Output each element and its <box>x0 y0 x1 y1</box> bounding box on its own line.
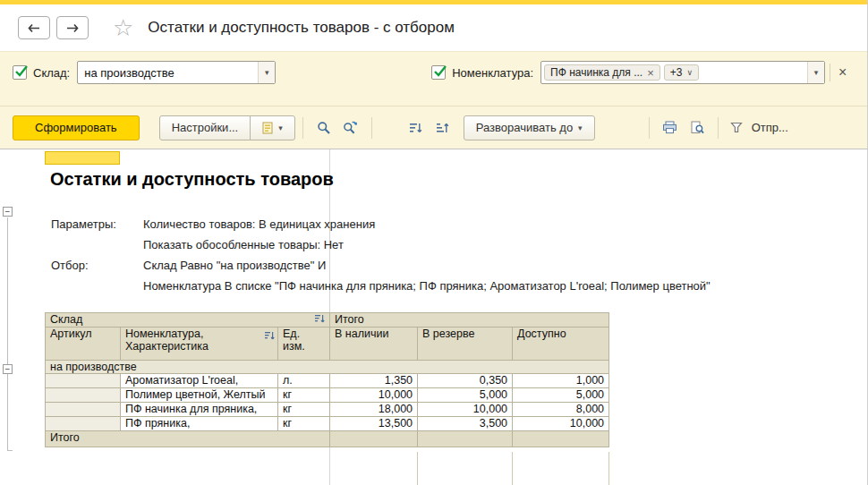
cell-artikul <box>46 374 121 388</box>
report-table: Склад Итого Артикул Номенклатура, Характ… <box>45 312 609 447</box>
filter-bar: Склад: ▾ Номенклатура: ПФ начинка для ..… <box>0 51 867 106</box>
total-label-cell: Итого <box>46 431 330 447</box>
filter-label-spacer <box>51 276 143 296</box>
separator <box>718 117 719 139</box>
filter-value: Номенклатура В списке "ПФ начинка для пр… <box>143 276 711 296</box>
header-onhand[interactable]: В наличии <box>330 328 418 361</box>
cell-reserve: 5,000 <box>418 388 513 403</box>
group-collapse-marker[interactable]: − <box>3 207 13 217</box>
report-area: − − Остатки и доступность товаров Параме… <box>0 149 867 485</box>
report-title: Остатки и доступность товаров <box>50 169 334 190</box>
header-available[interactable]: Доступно <box>513 328 609 361</box>
cell-available: 5,000 <box>513 388 609 403</box>
table-row: Ароматизатор L'roeal, л. 1,350 0,350 1,0… <box>46 374 609 388</box>
nomenclature-dropdown-button[interactable]: ▾ <box>807 62 824 83</box>
cell-unit: кг <box>278 388 330 403</box>
nomenclature-more-chip[interactable]: +3 ∨ <box>664 64 699 81</box>
search-next-icon <box>343 121 358 135</box>
nomenclature-selected-chip[interactable]: ПФ начинка для ... × <box>544 64 660 81</box>
parameters-label: Параметры: <box>51 214 143 234</box>
parameter-value: Показать обособленные товары: Нет <box>143 234 344 255</box>
nomenclature-field[interactable]: ПФ начинка для ... × +3 ∨ ▾ <box>540 61 825 84</box>
printer-icon <box>662 121 677 134</box>
report-variant-icon <box>262 122 273 134</box>
expand-to-button[interactable]: Разворачивать до ▾ <box>464 115 595 140</box>
caret-down-icon: ▾ <box>814 68 819 77</box>
total-onhand-cell <box>330 431 418 447</box>
expand-groups-button[interactable] <box>430 115 456 140</box>
back-button[interactable] <box>18 16 50 39</box>
header-nomenclature-line2: Характеристика <box>125 340 273 353</box>
search-next-button[interactable] <box>337 115 364 140</box>
expand-groups-icon <box>436 122 449 134</box>
favorite-star-icon[interactable]: ☆ <box>113 16 133 39</box>
warehouse-input[interactable] <box>78 62 258 83</box>
forward-button[interactable] <box>56 16 89 39</box>
cell-onhand: 10,000 <box>330 388 418 403</box>
grid-column-line <box>608 452 609 485</box>
cell-reserve: 10,000 <box>418 403 513 417</box>
header-total[interactable]: Итого <box>330 313 609 328</box>
separator <box>830 64 830 81</box>
report-variants-button[interactable]: ▾ <box>250 115 295 140</box>
parameter-value: Количество товаров: В единицах хранения <box>143 214 375 234</box>
quick-filter-button[interactable] <box>726 115 747 140</box>
settings-group: Настройки... ▾ <box>159 115 295 140</box>
cell-unit: кг <box>278 403 330 417</box>
nomenclature-clear-button[interactable]: × <box>835 64 850 81</box>
check-icon <box>13 64 29 79</box>
chip-remove-icon[interactable]: × <box>647 67 654 79</box>
table-row: Полимер цветной, Желтый кг 10,000 5,000 … <box>46 388 609 403</box>
sort-descending-icon <box>264 330 275 341</box>
warehouse-dropdown-button[interactable]: ▾ <box>258 62 275 83</box>
total-reserve-cell <box>418 431 513 447</box>
search-button[interactable] <box>311 115 337 140</box>
collapse-groups-button[interactable] <box>403 115 430 140</box>
search-icon <box>317 121 331 135</box>
cell-nomenclature: ПФ пряника, <box>121 417 278 431</box>
header-reserve[interactable]: В резерве <box>418 328 513 361</box>
grid-column-line <box>512 452 513 485</box>
header-artikul[interactable]: Артикул <box>46 328 121 361</box>
caret-down-icon: ▾ <box>578 123 583 132</box>
generate-button[interactable]: Сформировать <box>13 115 140 140</box>
group-row-warehouse[interactable]: на производстве <box>46 361 609 374</box>
group-collapse-marker[interactable]: − <box>3 364 13 374</box>
cell-artikul <box>46 388 121 403</box>
print-preview-icon <box>690 121 704 134</box>
cell-onhand: 13,500 <box>330 417 418 431</box>
group-bracket-end <box>7 450 13 451</box>
sort-descending-icon <box>314 313 325 324</box>
warehouse-checkbox[interactable] <box>13 65 27 80</box>
titlebar: ☆ Остатки и доступность товаров - с отбо… <box>0 4 867 51</box>
header-nomenclature[interactable]: Номенклатура, Характеристика <box>121 328 278 361</box>
send-button[interactable]: Отпр... <box>747 115 793 140</box>
send-label: Отпр... <box>752 121 788 134</box>
expand-to-label: Разворачивать до <box>476 121 573 134</box>
warehouse-filter: Склад: ▾ <box>13 61 276 84</box>
app-window: ☆ Остатки и доступность товаров - с отбо… <box>0 0 868 485</box>
cell-reserve: 0,350 <box>418 374 513 388</box>
cell-nomenclature: Ароматизатор L'roeal, <box>121 374 278 388</box>
nomenclature-label: Номенклатура: <box>452 66 533 80</box>
active-cell[interactable] <box>45 151 120 165</box>
header-unit-line2: изм. <box>283 340 325 353</box>
table-row: ПФ начинка для пряника, кг 18,000 10,000… <box>46 403 609 417</box>
settings-button[interactable]: Настройки... <box>159 115 251 140</box>
cell-nomenclature: ПФ начинка для пряника, <box>121 403 278 417</box>
cell-unit: кг <box>278 417 330 431</box>
header-unit-line1: Ед. <box>283 328 325 340</box>
separator <box>649 117 650 139</box>
nomenclature-checkbox[interactable] <box>431 65 446 80</box>
separator <box>302 117 303 139</box>
cell-available: 10,000 <box>513 417 609 431</box>
report-parameters: Параметры: Количество товаров: В единица… <box>51 214 711 296</box>
report-table-wrap: Склад Итого Артикул Номенклатура, Характ… <box>45 312 609 447</box>
warehouse-combobox: ▾ <box>77 61 276 84</box>
header-warehouse-label: Склад <box>50 313 82 326</box>
caret-down-icon: ▾ <box>265 68 269 77</box>
print-button[interactable] <box>657 115 684 140</box>
header-warehouse[interactable]: Склад <box>46 313 330 328</box>
header-unit[interactable]: Ед. изм. <box>278 328 330 361</box>
print-preview-button[interactable] <box>684 115 711 140</box>
